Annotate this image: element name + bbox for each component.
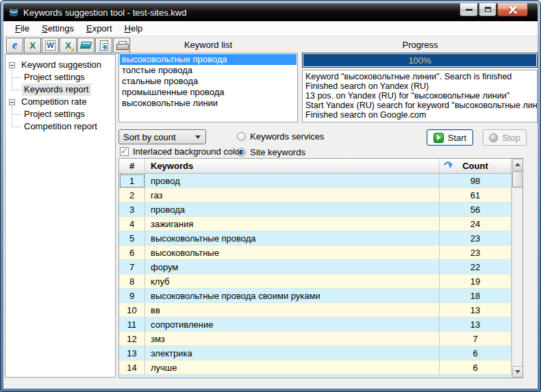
notes-button[interactable] xyxy=(77,38,95,53)
row-number-cell[interactable]: 4 xyxy=(119,217,145,231)
export-internet-button[interactable]: e xyxy=(6,38,23,53)
count-cell[interactable]: 23 xyxy=(440,246,512,260)
export-excel-button[interactable]: X xyxy=(24,38,41,53)
count-cell[interactable]: 18 xyxy=(440,289,512,303)
start-button[interactable]: Start xyxy=(427,129,473,146)
column-header-number[interactable]: # xyxy=(119,159,145,173)
keyword-cell[interactable]: провода xyxy=(145,202,440,217)
minimize-button[interactable] xyxy=(460,3,478,16)
close-button[interactable] xyxy=(497,3,528,16)
title-bar[interactable]: Keywords suggestion tool - test-sites.kw… xyxy=(3,3,538,21)
table-row[interactable]: 10 вв 13 xyxy=(119,303,523,317)
table-row[interactable]: 1 провод 98 xyxy=(119,174,523,188)
keyword-cell[interactable]: вв xyxy=(145,303,440,317)
tree-item-label[interactable]: Keywords report xyxy=(22,83,91,96)
count-cell[interactable]: 24 xyxy=(440,217,512,231)
row-number-cell[interactable]: 14 xyxy=(119,361,145,375)
html-report-button[interactable] xyxy=(95,38,112,53)
count-cell[interactable]: 23 xyxy=(440,231,512,246)
row-number-cell[interactable]: 2 xyxy=(119,188,145,202)
count-cell[interactable]: 7 xyxy=(440,332,512,346)
keyword-cell[interactable]: клуб xyxy=(145,274,440,289)
radio-site-keywords[interactable]: Site keywords xyxy=(237,147,305,157)
interlaced-background-checkbox[interactable]: ✓ Interlaced background color xyxy=(120,146,242,157)
row-number-cell[interactable]: 11 xyxy=(119,317,145,332)
save-excel-button[interactable]: X xyxy=(60,38,77,53)
radio-icon[interactable] xyxy=(237,132,246,141)
keyword-cell[interactable]: сопротивление xyxy=(145,317,440,332)
tree-item[interactable]: Keyword suggestion xyxy=(5,59,115,71)
row-number-cell[interactable]: 8 xyxy=(119,274,145,289)
table-row[interactable]: 4 зажигания 24 xyxy=(119,217,523,231)
keyword-cell[interactable]: высоковольтные xyxy=(145,246,440,260)
tree-item-label[interactable]: Competition rate xyxy=(19,96,88,108)
row-number-cell[interactable]: 3 xyxy=(119,202,145,217)
count-cell[interactable]: 6 xyxy=(440,361,512,375)
table-row[interactable]: 13 электрика 6 xyxy=(119,346,523,361)
count-cell[interactable]: 98 xyxy=(440,174,512,188)
scroll-down-button[interactable] xyxy=(512,366,523,378)
count-cell[interactable]: 19 xyxy=(440,274,512,289)
tree-item[interactable]: Keywords report xyxy=(5,83,115,96)
count-cell[interactable]: 13 xyxy=(440,303,512,317)
keyword-cell[interactable]: газ xyxy=(145,188,440,202)
tree-item-label[interactable]: Keyword suggestion xyxy=(19,59,103,71)
count-cell[interactable]: 61 xyxy=(440,188,512,202)
row-number-cell[interactable]: 5 xyxy=(119,231,145,246)
table-scrollbar[interactable] xyxy=(512,159,523,378)
row-number-cell[interactable]: 13 xyxy=(119,346,145,361)
keyword-list-item[interactable]: толстые провода xyxy=(120,65,297,76)
table-row[interactable]: 5 высоковольтные провода 23 xyxy=(119,231,523,246)
count-cell[interactable]: 22 xyxy=(440,260,512,274)
table-row[interactable]: 8 клуб 19 xyxy=(119,274,523,289)
keyword-cell[interactable]: змз xyxy=(145,332,440,346)
column-header-count[interactable]: Count xyxy=(440,159,512,173)
tree-item-label[interactable]: Project settings xyxy=(22,71,87,83)
row-number-cell[interactable]: 12 xyxy=(119,332,145,346)
keyword-cell[interactable]: провод xyxy=(145,174,440,188)
row-number-cell[interactable]: 1 xyxy=(119,174,145,188)
table-row[interactable]: 12 змз 7 xyxy=(119,332,523,346)
row-number-cell[interactable]: 6 xyxy=(119,246,145,260)
scroll-up-button[interactable] xyxy=(512,159,523,170)
menu-item[interactable]: Help xyxy=(118,22,149,35)
count-cell[interactable]: 56 xyxy=(440,202,512,217)
tree-item[interactable]: Project settings xyxy=(5,108,115,120)
keyword-cell[interactable]: зажигания xyxy=(145,217,440,231)
menu-item[interactable]: File xyxy=(9,22,36,35)
tree-item-label[interactable]: Project settings xyxy=(22,108,87,120)
tree-item[interactable]: Competition rate xyxy=(5,96,115,108)
column-header-keywords[interactable]: Keywords xyxy=(145,159,440,173)
menu-item[interactable]: Export xyxy=(80,22,118,35)
stop-button[interactable]: Stop xyxy=(483,129,527,146)
keyword-cell[interactable]: высоковольтные провода xyxy=(145,231,440,246)
export-word-button[interactable]: W xyxy=(42,38,59,53)
keyword-cell[interactable]: высоковольтные провода своими руками xyxy=(145,289,440,303)
table-row[interactable]: 7 форум 22 xyxy=(119,260,523,274)
tree-item[interactable]: Project settings xyxy=(5,71,115,83)
keyword-list-item[interactable]: стальные провода xyxy=(120,76,297,87)
keyword-cell[interactable]: лучше xyxy=(145,361,440,375)
count-cell[interactable]: 13 xyxy=(440,317,512,332)
row-number-cell[interactable]: 7 xyxy=(119,260,145,274)
keyword-cell[interactable]: форум xyxy=(145,260,440,274)
sort-dropdown[interactable]: Sort by count xyxy=(118,129,206,144)
table-row[interactable]: 2 газ 61 xyxy=(119,188,523,202)
keyword-cell[interactable]: электрика xyxy=(145,346,440,361)
tree-item[interactable]: Competition report xyxy=(5,120,115,133)
checkbox-icon[interactable]: ✓ xyxy=(120,147,129,156)
row-number-cell[interactable]: 10 xyxy=(119,303,145,317)
table-row[interactable]: 9 высоковольтные провода своими руками 1… xyxy=(119,289,523,303)
table-row[interactable]: 3 провода 56 xyxy=(119,202,523,217)
table-row[interactable]: 14 лучше 6 xyxy=(119,361,523,375)
table-row[interactable]: 11 сопротивление 13 xyxy=(119,317,523,332)
tree-item-label[interactable]: Competition report xyxy=(22,120,99,133)
maximize-button[interactable] xyxy=(479,3,496,16)
keyword-list-item[interactable]: высоковольтные провода xyxy=(120,54,297,65)
scrollbar-thumb[interactable] xyxy=(512,171,523,187)
menu-item[interactable]: Settings xyxy=(36,22,80,35)
row-number-cell[interactable]: 9 xyxy=(119,289,145,303)
count-cell[interactable]: 6 xyxy=(440,346,512,361)
radio-keywords-services[interactable]: Keywords services xyxy=(237,131,324,142)
keyword-list-item[interactable]: высоковольтные линии xyxy=(120,98,297,109)
